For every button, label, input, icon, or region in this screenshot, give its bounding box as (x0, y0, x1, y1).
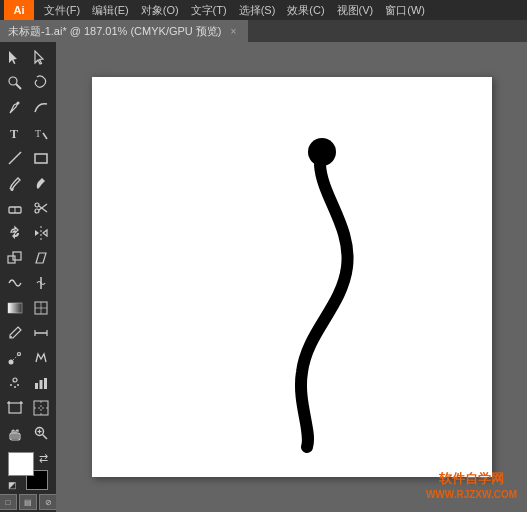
color-mode-button[interactable]: □ (0, 494, 17, 510)
select-tool[interactable] (2, 46, 28, 70)
tool-row-paintbrush (2, 171, 54, 195)
measure-tool[interactable] (28, 321, 54, 345)
column-graph-tool[interactable] (28, 371, 54, 395)
menu-file[interactable]: 文件(F) (38, 0, 86, 20)
svg-marker-18 (35, 230, 39, 236)
svg-point-37 (17, 384, 19, 386)
svg-rect-39 (35, 383, 38, 389)
tool-row-rotate (2, 221, 54, 245)
watermark-url: WWW.RJZXW.COM (426, 488, 517, 502)
lasso-tool[interactable] (28, 71, 54, 95)
toolbar: T T (0, 42, 56, 512)
tool-row-type: T T (2, 121, 54, 145)
tool-row-lasso (2, 71, 54, 95)
direct-select-tool[interactable] (28, 46, 54, 70)
menu-bar: Ai 文件(F) 编辑(E) 对象(O) 文字(T) 选择(S) 效果(C) 视… (0, 0, 527, 20)
none-mode-button[interactable]: ⊘ (39, 494, 56, 510)
svg-marker-0 (9, 51, 17, 64)
gradient-tool[interactable] (2, 296, 28, 320)
tool-row-shape (2, 146, 54, 170)
symbol-sprayer-tool[interactable] (2, 371, 28, 395)
rotate-tool[interactable] (2, 221, 28, 245)
svg-point-32 (9, 360, 14, 365)
svg-point-28 (10, 336, 12, 338)
menu-text[interactable]: 文字(T) (185, 0, 233, 20)
hand-tool[interactable] (2, 421, 28, 445)
warp-tool[interactable] (2, 271, 28, 295)
slice-tool[interactable] (28, 396, 54, 420)
svg-marker-19 (43, 230, 47, 236)
svg-line-2 (16, 84, 21, 89)
svg-rect-9 (35, 154, 47, 163)
mesh-tool[interactable] (28, 296, 54, 320)
svg-point-38 (14, 386, 16, 388)
menu-edit[interactable]: 编辑(E) (86, 0, 135, 20)
pen-tool[interactable] (2, 96, 28, 120)
svg-marker-1 (35, 51, 43, 64)
tool-row-gradient (2, 296, 54, 320)
svg-text:T: T (35, 128, 41, 139)
svg-point-36 (10, 384, 12, 386)
artboard-tool[interactable] (2, 396, 28, 420)
eraser-tool[interactable] (2, 196, 28, 220)
swap-colors-icon[interactable]: ⇄ (39, 452, 48, 465)
tool-row-warp (2, 271, 54, 295)
svg-point-14 (35, 209, 39, 213)
svg-line-7 (43, 133, 47, 139)
tool-row-blend (2, 346, 54, 370)
menu-window[interactable]: 窗口(W) (379, 0, 431, 20)
magic-wand-tool[interactable] (2, 71, 28, 95)
svg-point-4 (17, 102, 20, 105)
svg-rect-24 (8, 303, 22, 313)
svg-line-34 (13, 355, 18, 360)
svg-line-8 (9, 152, 21, 164)
line-tool[interactable] (2, 146, 28, 170)
eyedropper-tool[interactable] (2, 321, 28, 345)
main-layout: T T (0, 42, 527, 512)
tool-row-symbol (2, 371, 54, 395)
tool-row-hand (2, 421, 54, 445)
svg-rect-40 (40, 380, 43, 389)
curvature-tool[interactable] (28, 96, 54, 120)
blend-tool[interactable] (2, 346, 28, 370)
live-paint-tool[interactable] (28, 346, 54, 370)
svg-rect-42 (9, 403, 21, 413)
shear-tool[interactable] (28, 246, 54, 270)
svg-rect-47 (34, 401, 48, 415)
scale-tool[interactable] (2, 246, 28, 270)
artboard (92, 77, 492, 477)
tab-bar: 未标题-1.ai* @ 187.01% (CMYK/GPU 预览) × (0, 20, 527, 42)
color-boxes: ⇄ ◩ (8, 452, 48, 490)
reflect-tool[interactable] (28, 221, 54, 245)
blob-brush-tool[interactable] (28, 171, 54, 195)
menu-object[interactable]: 对象(O) (135, 0, 185, 20)
canvas-area[interactable]: 软件自学网 WWW.RJZXW.COM (56, 42, 527, 512)
ai-logo: Ai (4, 0, 34, 20)
svg-point-3 (9, 77, 17, 85)
fill-color-box[interactable] (8, 452, 34, 476)
svg-rect-41 (44, 378, 47, 389)
tool-row-scale (2, 246, 54, 270)
tool-row-selection (2, 46, 54, 70)
zoom-tool[interactable] (28, 421, 54, 445)
tab-close-button[interactable]: × (228, 25, 240, 37)
reset-colors-icon[interactable]: ◩ (8, 480, 17, 490)
menu-effect[interactable]: 效果(C) (281, 0, 330, 20)
paintbrush-tool[interactable] (2, 171, 28, 195)
type-tool[interactable]: T (2, 121, 28, 145)
tool-row-eraser (2, 196, 54, 220)
rectangle-tool[interactable] (28, 146, 54, 170)
color-section: ⇄ ◩ □ ▤ ⊘ (0, 452, 56, 512)
menu-view[interactable]: 视图(V) (331, 0, 380, 20)
touch-type-tool[interactable]: T (28, 121, 54, 145)
active-tab[interactable]: 未标题-1.ai* @ 187.01% (CMYK/GPU 预览) × (0, 20, 248, 42)
color-mode-buttons: □ ▤ ⊘ (0, 494, 56, 510)
scissors-tool[interactable] (28, 196, 54, 220)
menu-select[interactable]: 选择(S) (233, 0, 282, 20)
gradient-mode-button[interactable]: ▤ (19, 494, 37, 510)
width-tool[interactable] (28, 271, 54, 295)
svg-point-10 (11, 188, 14, 191)
tool-row-artboard (2, 396, 54, 420)
svg-line-52 (43, 435, 48, 440)
svg-point-35 (13, 378, 17, 382)
